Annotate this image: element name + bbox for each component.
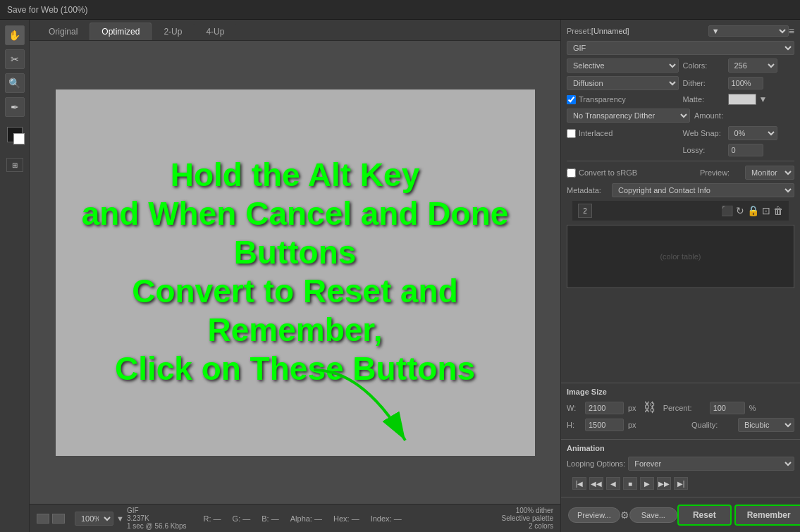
color-table-area: (color table) — [567, 225, 794, 288]
colors-label: Colors: — [683, 61, 725, 70]
width-input[interactable] — [585, 402, 624, 414]
icon-duplicate[interactable]: ⬛ — [721, 205, 733, 216]
transparency-label: Transparency — [579, 95, 626, 104]
zoom-tool[interactable]: 🔍 — [5, 73, 25, 93]
status-left: GIF 3.237K 1 sec @ 56.6 Kbps — [127, 507, 187, 530]
convert-checkbox[interactable] — [567, 168, 576, 178]
panel-menu-icon[interactable]: ≡ — [789, 25, 794, 37]
percent-input[interactable] — [710, 402, 745, 414]
canvas-toggle-1[interactable] — [37, 514, 49, 524]
transp-dither-select[interactable]: No Transparency Dither Diffusion Transpa… — [567, 109, 690, 123]
index-value: Index: — — [371, 514, 402, 523]
tab-2up[interactable]: 2-Up — [152, 23, 194, 40]
color-info: R: — G: — B: — Alpha: — Hex: — Index: — — [204, 514, 402, 523]
anim-first[interactable]: |◀ — [572, 477, 586, 490]
hand-tool[interactable]: ✋ — [5, 25, 25, 45]
anim-back[interactable]: ◀ — [606, 477, 620, 490]
status-format: GIF — [127, 507, 187, 514]
height-input[interactable] — [585, 419, 624, 431]
percent-symbol: % — [749, 404, 756, 412]
overlay-text: Hold the Alt Key and When Cancel and Don… — [56, 156, 535, 389]
percent-label: Percent: — [663, 404, 706, 412]
dither-input[interactable] — [728, 77, 763, 89]
interlaced-label: Interlaced — [579, 129, 621, 137]
format-select[interactable]: GIF PNG-8 PNG-24 JPEG — [567, 41, 794, 55]
expand-icon[interactable]: ▼ — [116, 514, 124, 523]
eyedropper-tool[interactable]: ✒ — [5, 97, 25, 117]
reset-button[interactable]: Reset — [677, 505, 732, 526]
image-size-title: Image Size — [567, 388, 794, 396]
settings-icon[interactable]: ⚙ — [620, 509, 629, 521]
canvas-toggle-2[interactable] — [52, 514, 65, 524]
image-size-section: Image Size W: px ⛓ Percent: % H: px Qual… — [561, 383, 800, 439]
icon-rotate[interactable]: ↻ — [736, 205, 744, 216]
g-value: G: — — [233, 514, 251, 523]
anim-next[interactable]: ▶▶ — [657, 477, 671, 490]
bottom-right-buttons: Reset Remember — [677, 505, 800, 526]
preset-menu[interactable]: ▼ — [708, 25, 789, 37]
status-rate: 1 sec @ 56.6 Kbps — [127, 522, 187, 530]
icon-lock[interactable]: 🔒 — [747, 205, 759, 216]
lossy-input[interactable] — [728, 144, 763, 156]
title-bar: Save for Web (100%) — [0, 0, 800, 20]
bottom-buttons-area: Preview... ⚙ Save... Reset Remember — [561, 497, 800, 532]
tab-optimized[interactable]: Optimized — [90, 23, 152, 40]
preview-button[interactable]: Preview... — [568, 507, 620, 523]
websnap-select[interactable]: 0% 25% 50% — [728, 126, 777, 140]
r-value: R: — — [204, 514, 221, 523]
h-px: px — [628, 421, 636, 429]
background-color — [13, 133, 25, 144]
icon-crop[interactable]: ⊡ — [762, 205, 770, 216]
quality-label: Quality: — [691, 421, 734, 429]
dither-info: 100% dither — [502, 507, 553, 514]
left-toolbar: ✋ ✂ 🔍 ✒ ⊞ — [0, 20, 30, 532]
tab-4up[interactable]: 4-Up — [194, 23, 236, 40]
preview-tab-num: 2 — [578, 204, 592, 218]
dither-select[interactable]: Diffusion Pattern Noise No Dither — [567, 76, 679, 90]
save-button[interactable]: Save... — [629, 507, 677, 523]
preset-value: [Unnamed] — [591, 27, 629, 35]
quality-select[interactable]: Bicubic Bilinear Nearest Neighbor — [738, 418, 794, 432]
remember-button[interactable]: Remember — [734, 505, 800, 526]
colors-select[interactable]: 256 128 64 — [728, 58, 777, 73]
matte-color[interactable] — [728, 94, 756, 105]
anim-controls: |◀ ◀◀ ◀ ■ ▶ ▶▶ ▶| — [567, 474, 794, 493]
overlay-line3: Convert to Reset and Remember, — [132, 273, 458, 349]
transparency-checkbox[interactable] — [567, 95, 576, 104]
matte-label: Matte: — [683, 95, 725, 104]
w-px: px — [628, 404, 636, 412]
tab-original[interactable]: Original — [37, 23, 90, 40]
color-reduction-select[interactable]: Selective Adaptive Perceptual — [567, 58, 679, 73]
anim-last[interactable]: ▶| — [674, 477, 688, 490]
window-title: Save for Web (100%) — [7, 5, 88, 15]
overlay-line1: Hold the Alt Key — [171, 156, 420, 193]
foreground-color[interactable] — [7, 127, 23, 142]
looping-select[interactable]: Forever Once Other — [628, 457, 794, 471]
matte-menu-arrow[interactable]: ▼ — [759, 94, 768, 104]
b-value: B: — — [261, 514, 278, 523]
anim-prev[interactable]: ◀◀ — [589, 477, 603, 490]
interlaced-checkbox[interactable] — [567, 129, 576, 138]
websnap-label: Web Snap: — [683, 129, 725, 137]
toggle-btn[interactable]: ⊞ — [6, 158, 23, 172]
canvas-area: Hold the Alt Key and When Cancel and Don… — [30, 41, 560, 504]
palette-info: Selective palette — [502, 514, 553, 522]
slice-tool[interactable]: ✂ — [5, 49, 25, 69]
dither-label: Dither: — [683, 79, 725, 87]
preview-select[interactable]: Monitor — [745, 166, 794, 180]
anim-stop[interactable]: ■ — [623, 477, 637, 490]
arrow-indicator — [293, 356, 433, 462]
preview-tab-row: 2 ⬛ ↻ 🔒 ⊡ 🗑 — [572, 201, 789, 221]
icon-delete[interactable]: 🗑 — [773, 205, 783, 216]
h-label: H: — [567, 421, 581, 429]
preview-label: Preview: — [700, 168, 742, 177]
link-icon[interactable]: ⛓ — [644, 400, 656, 415]
zoom-control: 100% 50% 200% ▼ — [75, 512, 124, 526]
looping-label: Looping Options: — [567, 459, 625, 468]
anim-play[interactable]: ▶ — [640, 477, 654, 490]
bottom-status: 100% 50% 200% ▼ GIF 3.237K 1 sec @ 56.6 … — [30, 504, 560, 532]
status-size: 3.237K — [127, 514, 187, 522]
amount-label: Amount: — [694, 111, 737, 120]
metadata-select[interactable]: Copyright and Contact Info None All — [612, 183, 794, 197]
zoom-select[interactable]: 100% 50% 200% — [75, 512, 113, 526]
